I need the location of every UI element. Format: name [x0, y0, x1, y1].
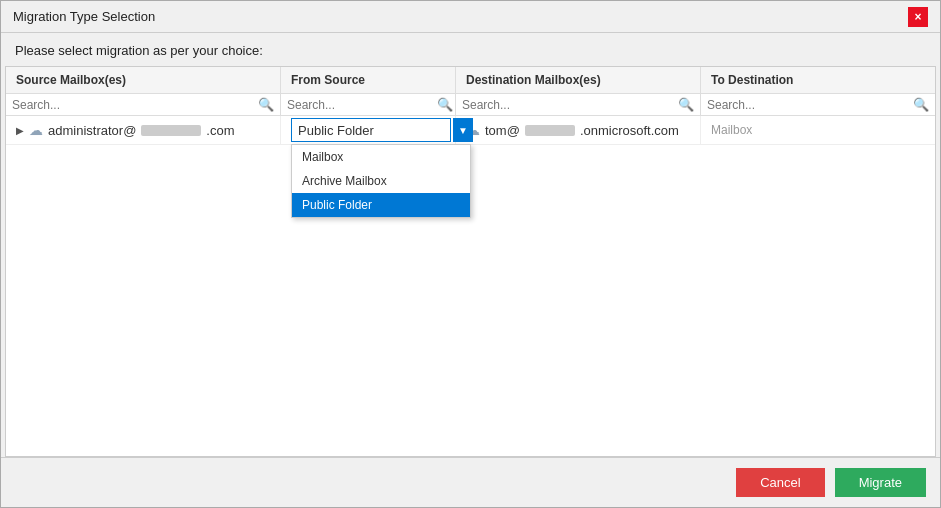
search-row: 🔍 🔍 🔍 🔍 [6, 94, 935, 116]
from-source-search-cell: 🔍 [281, 94, 456, 115]
col-to-destination: To Destination [701, 67, 935, 93]
from-source-search-icon[interactable]: 🔍 [437, 97, 453, 112]
destination-cell: ☁ tom@ .onmicrosoft.com [456, 116, 701, 144]
to-destination-search-icon[interactable]: 🔍 [913, 97, 929, 112]
to-destination-search-input[interactable] [707, 98, 913, 112]
col-destination: Destination Mailbox(es) [456, 67, 701, 93]
from-source-dropdown-container: Public Folder ▼ Mailbox Archive Mailbox … [291, 118, 473, 142]
to-destination-cell: Mailbox [701, 116, 935, 144]
dropdown-selected-label: Public Folder [298, 123, 374, 138]
cloud-icon: ☁ [29, 122, 43, 138]
table-row: ▶ ☁ administrator@ .com Public Folder ▼ … [6, 116, 935, 145]
dest-email-blurred [525, 125, 575, 136]
source-search-input[interactable] [12, 98, 258, 112]
source-email-suffix: .com [206, 123, 234, 138]
destination-search-input[interactable] [462, 98, 678, 112]
to-destination-search-cell: 🔍 [701, 94, 935, 115]
migrate-button[interactable]: Migrate [835, 468, 926, 497]
col-from-source: From Source [281, 67, 456, 93]
to-destination-value: Mailbox [711, 123, 752, 137]
source-search-icon[interactable]: 🔍 [258, 97, 274, 112]
from-source-search-input[interactable] [287, 98, 437, 112]
col-source: Source Mailbox(es) [6, 67, 281, 93]
dest-email-prefix: tom@ [485, 123, 520, 138]
from-source-cell: Public Folder ▼ Mailbox Archive Mailbox … [281, 116, 456, 144]
destination-search-icon[interactable]: 🔍 [678, 97, 694, 112]
dropdown-menu: Mailbox Archive Mailbox Public Folder [291, 144, 471, 218]
cancel-button[interactable]: Cancel [736, 468, 824, 497]
expand-icon[interactable]: ▶ [16, 125, 24, 136]
source-email-prefix: administrator@ [48, 123, 136, 138]
dropdown-option-mailbox[interactable]: Mailbox [292, 145, 470, 169]
subtitle: Please select migration as per your choi… [1, 33, 940, 66]
close-button[interactable]: × [908, 7, 928, 27]
dest-email-suffix: .onmicrosoft.com [580, 123, 679, 138]
title-bar: Migration Type Selection × [1, 1, 940, 33]
source-email-blurred [141, 125, 201, 136]
main-content: Source Mailbox(es) From Source Destinati… [5, 66, 936, 457]
dropdown-option-archive[interactable]: Archive Mailbox [292, 169, 470, 193]
dropdown-option-public-folder[interactable]: Public Folder [292, 193, 470, 217]
source-search-cell: 🔍 [6, 94, 281, 115]
from-source-dropdown[interactable]: Public Folder [291, 118, 451, 142]
destination-search-cell: 🔍 [456, 94, 701, 115]
table-header: Source Mailbox(es) From Source Destinati… [6, 67, 935, 94]
dropdown-arrow-btn[interactable]: ▼ [453, 118, 473, 142]
migration-dialog: Migration Type Selection × Please select… [0, 0, 941, 508]
dialog-title: Migration Type Selection [13, 9, 155, 24]
source-cell: ▶ ☁ administrator@ .com [6, 116, 281, 144]
footer: Cancel Migrate [1, 457, 940, 507]
